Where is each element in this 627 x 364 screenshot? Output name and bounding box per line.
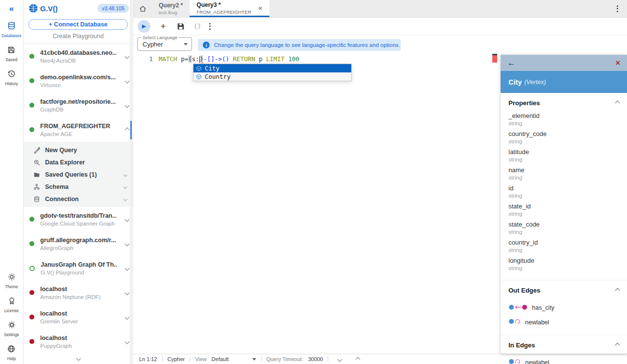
property-type: string bbox=[508, 265, 619, 271]
version-badge[interactable]: v3.48.105 bbox=[97, 4, 129, 13]
settings-button[interactable]: Settings bbox=[4, 321, 19, 337]
edge-item[interactable]: has_city bbox=[508, 300, 619, 315]
edge-item[interactable]: newlabel bbox=[508, 315, 619, 330]
connection-item[interactable]: 41cbcb40.databases.neo... Neo4j AuraDB bbox=[24, 44, 133, 68]
rail-label: Theme bbox=[5, 284, 18, 289]
sidebar-scrollbar-track[interactable] bbox=[130, 0, 132, 364]
home-tab-button[interactable] bbox=[133, 0, 152, 17]
vertex-cube-icon bbox=[196, 66, 202, 71]
property-item: _elementid string bbox=[508, 112, 619, 126]
connection-item[interactable]: FROM_AGEFREIGHTER Apache AGE bbox=[24, 117, 133, 142]
connection-name: 41cbcb40.databases.neo... bbox=[40, 49, 117, 56]
rail-label: History bbox=[5, 81, 18, 86]
tab-bar: Query2 * test.lbug Query3 * FROM_AGEFREI… bbox=[133, 0, 627, 18]
property-type: string bbox=[508, 193, 619, 199]
edge-label: newlabel bbox=[525, 359, 549, 364]
submenu-item-schema[interactable]: Schema bbox=[24, 181, 133, 193]
rail-label: License bbox=[4, 308, 19, 313]
autocomplete-item[interactable]: City bbox=[193, 64, 351, 72]
connection-item[interactable]: demo.openlinksw.com/s... Virtuoso bbox=[24, 68, 133, 93]
properties-section-header[interactable]: Properties bbox=[501, 93, 627, 111]
license-button[interactable]: License bbox=[4, 297, 19, 313]
language-select[interactable]: Select Language Cypher bbox=[137, 37, 192, 51]
add-query-button[interactable]: + bbox=[158, 22, 168, 31]
tab-query2[interactable]: Query2 * test.lbug bbox=[152, 0, 190, 17]
property-item: country_id string bbox=[508, 239, 619, 253]
chevron-down-icon[interactable] bbox=[123, 172, 127, 176]
collapse-panel-button[interactable] bbox=[333, 358, 346, 361]
submenu-item-data-explorer[interactable]: Data Explorer bbox=[24, 156, 133, 168]
connection-item[interactable]: localhost PuppyGraph bbox=[24, 329, 133, 354]
connection-item[interactable]: localhost Amazon Neptune (RDF) bbox=[24, 280, 133, 305]
sidebar-scrollbar-thumb[interactable] bbox=[130, 121, 132, 139]
sidebar-scroll-more-button[interactable] bbox=[24, 357, 133, 360]
chevron-icon[interactable] bbox=[125, 217, 130, 222]
edge-arrow-icon bbox=[508, 303, 528, 312]
chevron-icon[interactable] bbox=[125, 78, 130, 83]
sidebar-item-databases[interactable]: Databases bbox=[1, 22, 22, 38]
chevron-down-icon[interactable] bbox=[123, 184, 127, 188]
save-query-button[interactable] bbox=[176, 23, 186, 30]
tab-query3-active[interactable]: Query3 * FROM_AGEFREIGHTER × bbox=[190, 0, 269, 17]
expand-panel-button[interactable] bbox=[351, 358, 364, 361]
tab-title: Query3 * bbox=[196, 1, 251, 8]
close-panel-icon[interactable]: × bbox=[616, 59, 620, 68]
in-edges-list: newlabel bbox=[501, 353, 627, 364]
sidebar-item-history[interactable]: History bbox=[5, 70, 18, 86]
property-item: state_id string bbox=[508, 203, 619, 217]
edge-item[interactable]: newlabel bbox=[508, 355, 619, 364]
connection-database-icon bbox=[33, 196, 40, 203]
chevron-icon[interactable] bbox=[125, 54, 130, 59]
connection-item[interactable]: JanusGraph Graph Of Th... G.V() Playgrou… bbox=[24, 256, 133, 280]
connection-item[interactable]: localhost Gremlin Server bbox=[24, 305, 133, 329]
chevron-icon[interactable] bbox=[125, 103, 130, 108]
chevron-icon[interactable] bbox=[125, 290, 130, 295]
help-button[interactable]: Help bbox=[7, 345, 16, 361]
databases-icon bbox=[7, 22, 16, 32]
sidebar-item-saved[interactable]: Saved bbox=[5, 46, 17, 62]
query-code-line[interactable]: MATCH p=(s:)-[]->() RETURN p LIMIT 100 bbox=[153, 55, 299, 63]
property-item: latitude string bbox=[508, 148, 619, 162]
connection-type: Google Cloud Spanner Graph bbox=[40, 221, 117, 227]
view-select-chevron-icon[interactable] bbox=[252, 358, 256, 361]
info-icon: i bbox=[203, 42, 210, 48]
close-tab-icon[interactable]: × bbox=[258, 4, 263, 12]
run-query-button[interactable]: ▶ bbox=[138, 20, 150, 33]
back-arrow-icon[interactable]: ← bbox=[507, 59, 515, 68]
submenu-item-connection[interactable]: Connection bbox=[24, 193, 133, 205]
connect-database-button[interactable]: + Connect Database bbox=[28, 19, 128, 30]
autocomplete-item[interactable]: Country bbox=[193, 72, 351, 81]
connection-name: demo.openlinksw.com/s... bbox=[40, 74, 117, 81]
submenu-item-new-query[interactable]: New Query bbox=[24, 144, 133, 156]
query-toolbar: ▶ + {} bbox=[133, 18, 627, 35]
connection-item[interactable]: gdotv-test/transitdb/Tran... Google Clou… bbox=[24, 207, 133, 231]
connection-item[interactable]: factforge.net/repositorie... GraphDB bbox=[24, 93, 133, 117]
out-edges-section-header[interactable]: Out Edges bbox=[501, 280, 627, 298]
save-icon bbox=[177, 23, 185, 30]
chevron-icon[interactable] bbox=[125, 315, 130, 319]
data-explorer-search-icon bbox=[33, 159, 40, 166]
format-query-button[interactable]: {} bbox=[193, 23, 201, 30]
query-options-menu-icon[interactable] bbox=[209, 23, 211, 30]
autocomplete-popup: City Country bbox=[193, 64, 352, 81]
chevron-icon[interactable] bbox=[125, 127, 130, 132]
query-timeout-value[interactable]: 30000 bbox=[308, 356, 323, 362]
connection-item[interactable]: gruff.allegrograph.com/r... AllegroGraph bbox=[24, 231, 133, 256]
theme-button[interactable]: Theme bbox=[5, 273, 18, 289]
status-language[interactable]: Cypher bbox=[168, 356, 185, 362]
tab-overflow-menu-icon[interactable] bbox=[617, 5, 618, 12]
create-playground-link[interactable]: Create Playground bbox=[24, 33, 133, 40]
language-select-label: Select Language bbox=[141, 35, 179, 40]
panel-toolbar: ← × bbox=[501, 55, 627, 71]
rail-bottom-group: Theme License Settings Help bbox=[4, 265, 19, 361]
chevron-icon[interactable] bbox=[125, 339, 130, 344]
view-value[interactable]: Default bbox=[212, 356, 229, 362]
in-edges-section-header[interactable]: In Edges bbox=[501, 335, 627, 353]
chevron-icon[interactable] bbox=[125, 241, 130, 246]
collapse-sidebar-button[interactable]: « bbox=[9, 4, 14, 14]
chevron-icon[interactable] bbox=[125, 266, 130, 271]
chevron-down-icon[interactable] bbox=[123, 197, 127, 201]
submenu-item-saved-queries[interactable]: Saved Queries (1) bbox=[24, 168, 133, 181]
property-name: _elementid bbox=[508, 112, 619, 119]
code-editor[interactable]: 1 MATCH p=(s:)-[]->() RETURN p LIMIT 100… bbox=[133, 53, 499, 354]
